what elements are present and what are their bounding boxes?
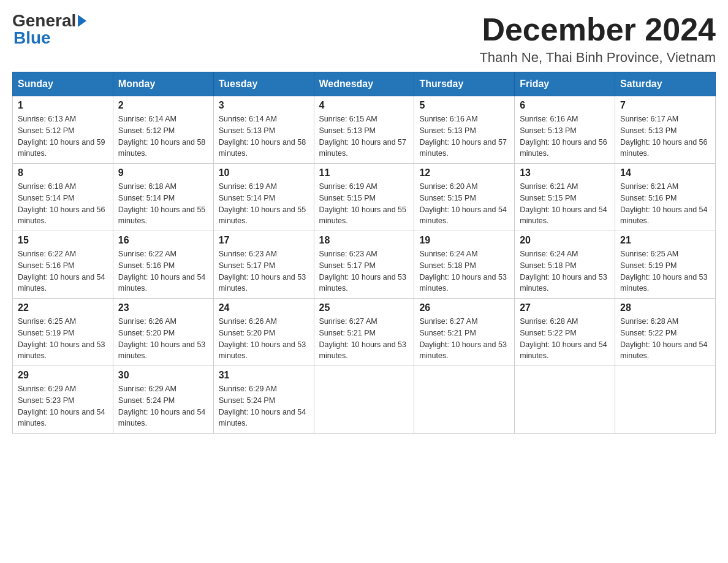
day-number: 28 — [620, 302, 710, 313]
calendar-cell-w4-d0: 22 Sunrise: 6:25 AM Sunset: 5:19 PM Dayl… — [13, 299, 113, 366]
logo-general-text: General — [12, 12, 76, 29]
day-number: 21 — [620, 235, 710, 246]
day-number: 29 — [18, 370, 108, 381]
calendar-cell-w1-d6: 7 Sunrise: 6:17 AM Sunset: 5:13 PM Dayli… — [615, 96, 716, 164]
day-number: 4 — [319, 100, 409, 111]
calendar-cell-w4-d2: 24 Sunrise: 6:26 AM Sunset: 5:20 PM Dayl… — [213, 299, 314, 366]
day-info: Sunrise: 6:28 AM Sunset: 5:22 PM Dayligh… — [620, 316, 710, 362]
day-number: 8 — [18, 167, 108, 178]
day-number: 16 — [118, 235, 208, 246]
day-number: 15 — [18, 235, 108, 246]
day-info: Sunrise: 6:18 AM Sunset: 5:14 PM Dayligh… — [18, 181, 108, 227]
day-number: 31 — [219, 370, 309, 381]
title-section: December 2024 Thanh Ne, Thai Binh Provin… — [479, 12, 716, 66]
logo: General Blue — [12, 12, 86, 47]
day-info: Sunrise: 6:19 AM Sunset: 5:14 PM Dayligh… — [219, 181, 309, 227]
day-number: 22 — [18, 302, 108, 313]
day-number: 9 — [118, 167, 208, 178]
day-info: Sunrise: 6:16 AM Sunset: 5:13 PM Dayligh… — [419, 113, 509, 159]
day-number: 10 — [219, 167, 309, 178]
calendar-cell-w3-d1: 16 Sunrise: 6:22 AM Sunset: 5:16 PM Dayl… — [113, 231, 213, 299]
week-row-2: 8 Sunrise: 6:18 AM Sunset: 5:14 PM Dayli… — [13, 164, 716, 231]
day-number: 3 — [219, 100, 309, 111]
week-row-5: 29 Sunrise: 6:29 AM Sunset: 5:23 PM Dayl… — [13, 366, 716, 434]
calendar-cell-w5-d1: 30 Sunrise: 6:29 AM Sunset: 5:24 PM Dayl… — [113, 366, 213, 434]
calendar-cell-w4-d5: 27 Sunrise: 6:28 AM Sunset: 5:22 PM Dayl… — [515, 299, 615, 366]
calendar-table: Sunday Monday Tuesday Wednesday Thursday… — [12, 72, 716, 434]
day-info: Sunrise: 6:29 AM Sunset: 5:23 PM Dayligh… — [18, 383, 108, 429]
calendar-cell-w3-d4: 19 Sunrise: 6:24 AM Sunset: 5:18 PM Dayl… — [414, 231, 515, 299]
calendar-cell-w5-d6 — [615, 366, 716, 434]
week-row-3: 15 Sunrise: 6:22 AM Sunset: 5:16 PM Dayl… — [13, 231, 716, 299]
day-number: 5 — [419, 100, 509, 111]
day-info: Sunrise: 6:29 AM Sunset: 5:24 PM Dayligh… — [219, 383, 309, 429]
header-thursday: Thursday — [414, 72, 515, 96]
header-sunday: Sunday — [13, 72, 113, 96]
weekday-header-row: Sunday Monday Tuesday Wednesday Thursday… — [13, 72, 716, 96]
calendar-cell-w1-d2: 3 Sunrise: 6:14 AM Sunset: 5:13 PM Dayli… — [213, 96, 314, 164]
calendar-cell-w4-d1: 23 Sunrise: 6:26 AM Sunset: 5:20 PM Dayl… — [113, 299, 213, 366]
calendar-cell-w2-d2: 10 Sunrise: 6:19 AM Sunset: 5:14 PM Dayl… — [213, 164, 314, 231]
day-info: Sunrise: 6:13 AM Sunset: 5:12 PM Dayligh… — [18, 113, 108, 159]
day-info: Sunrise: 6:21 AM Sunset: 5:15 PM Dayligh… — [520, 181, 610, 227]
day-info: Sunrise: 6:18 AM Sunset: 5:14 PM Dayligh… — [118, 181, 208, 227]
day-info: Sunrise: 6:23 AM Sunset: 5:17 PM Dayligh… — [319, 248, 409, 294]
day-info: Sunrise: 6:29 AM Sunset: 5:24 PM Dayligh… — [118, 383, 208, 429]
day-number: 7 — [620, 100, 710, 111]
calendar-cell-w5-d3 — [314, 366, 414, 434]
calendar-cell-w2-d4: 12 Sunrise: 6:20 AM Sunset: 5:15 PM Dayl… — [414, 164, 515, 231]
day-info: Sunrise: 6:27 AM Sunset: 5:21 PM Dayligh… — [319, 316, 409, 362]
day-info: Sunrise: 6:25 AM Sunset: 5:19 PM Dayligh… — [620, 248, 710, 294]
calendar-cell-w2-d5: 13 Sunrise: 6:21 AM Sunset: 5:15 PM Dayl… — [515, 164, 615, 231]
day-info: Sunrise: 6:17 AM Sunset: 5:13 PM Dayligh… — [620, 113, 710, 159]
day-info: Sunrise: 6:28 AM Sunset: 5:22 PM Dayligh… — [520, 316, 610, 362]
calendar-cell-w3-d6: 21 Sunrise: 6:25 AM Sunset: 5:19 PM Dayl… — [615, 231, 716, 299]
day-info: Sunrise: 6:16 AM Sunset: 5:13 PM Dayligh… — [520, 113, 610, 159]
calendar-cell-w5-d5 — [515, 366, 615, 434]
logo-blue-text: Blue — [13, 29, 86, 47]
day-info: Sunrise: 6:19 AM Sunset: 5:15 PM Dayligh… — [319, 181, 409, 227]
header-friday: Friday — [515, 72, 615, 96]
day-number: 20 — [520, 235, 610, 246]
week-row-1: 1 Sunrise: 6:13 AM Sunset: 5:12 PM Dayli… — [13, 96, 716, 164]
calendar-cell-w1-d1: 2 Sunrise: 6:14 AM Sunset: 5:12 PM Dayli… — [113, 96, 213, 164]
day-info: Sunrise: 6:22 AM Sunset: 5:16 PM Dayligh… — [118, 248, 208, 294]
day-info: Sunrise: 6:26 AM Sunset: 5:20 PM Dayligh… — [118, 316, 208, 362]
day-number: 27 — [520, 302, 610, 313]
day-info: Sunrise: 6:25 AM Sunset: 5:19 PM Dayligh… — [18, 316, 108, 362]
week-row-4: 22 Sunrise: 6:25 AM Sunset: 5:19 PM Dayl… — [13, 299, 716, 366]
day-info: Sunrise: 6:14 AM Sunset: 5:13 PM Dayligh… — [219, 113, 309, 159]
day-number: 13 — [520, 167, 610, 178]
calendar-cell-w5-d4 — [414, 366, 515, 434]
calendar-cell-w5-d0: 29 Sunrise: 6:29 AM Sunset: 5:23 PM Dayl… — [13, 366, 113, 434]
header-wednesday: Wednesday — [314, 72, 414, 96]
header-tuesday: Tuesday — [213, 72, 314, 96]
day-info: Sunrise: 6:21 AM Sunset: 5:16 PM Dayligh… — [620, 181, 710, 227]
calendar-cell-w1-d5: 6 Sunrise: 6:16 AM Sunset: 5:13 PM Dayli… — [515, 96, 615, 164]
day-info: Sunrise: 6:24 AM Sunset: 5:18 PM Dayligh… — [520, 248, 610, 294]
calendar-cell-w3-d5: 20 Sunrise: 6:24 AM Sunset: 5:18 PM Dayl… — [515, 231, 615, 299]
calendar-cell-w4-d4: 26 Sunrise: 6:27 AM Sunset: 5:21 PM Dayl… — [414, 299, 515, 366]
day-number: 12 — [419, 167, 509, 178]
day-number: 18 — [319, 235, 409, 246]
day-number: 23 — [118, 302, 208, 313]
day-info: Sunrise: 6:26 AM Sunset: 5:20 PM Dayligh… — [219, 316, 309, 362]
day-number: 6 — [520, 100, 610, 111]
calendar-cell-w1-d4: 5 Sunrise: 6:16 AM Sunset: 5:13 PM Dayli… — [414, 96, 515, 164]
calendar-cell-w2-d3: 11 Sunrise: 6:19 AM Sunset: 5:15 PM Dayl… — [314, 164, 414, 231]
day-info: Sunrise: 6:23 AM Sunset: 5:17 PM Dayligh… — [219, 248, 309, 294]
calendar-cell-w2-d6: 14 Sunrise: 6:21 AM Sunset: 5:16 PM Dayl… — [615, 164, 716, 231]
day-number: 2 — [118, 100, 208, 111]
day-number: 24 — [219, 302, 309, 313]
calendar-cell-w3-d0: 15 Sunrise: 6:22 AM Sunset: 5:16 PM Dayl… — [13, 231, 113, 299]
header-saturday: Saturday — [615, 72, 716, 96]
day-info: Sunrise: 6:20 AM Sunset: 5:15 PM Dayligh… — [419, 181, 509, 227]
day-number: 19 — [419, 235, 509, 246]
day-number: 25 — [319, 302, 409, 313]
month-year-title: December 2024 — [479, 12, 716, 47]
calendar-cell-w3-d2: 17 Sunrise: 6:23 AM Sunset: 5:17 PM Dayl… — [213, 231, 314, 299]
calendar-cell-w1-d3: 4 Sunrise: 6:15 AM Sunset: 5:13 PM Dayli… — [314, 96, 414, 164]
day-number: 26 — [419, 302, 509, 313]
day-number: 11 — [319, 167, 409, 178]
day-info: Sunrise: 6:15 AM Sunset: 5:13 PM Dayligh… — [319, 113, 409, 159]
